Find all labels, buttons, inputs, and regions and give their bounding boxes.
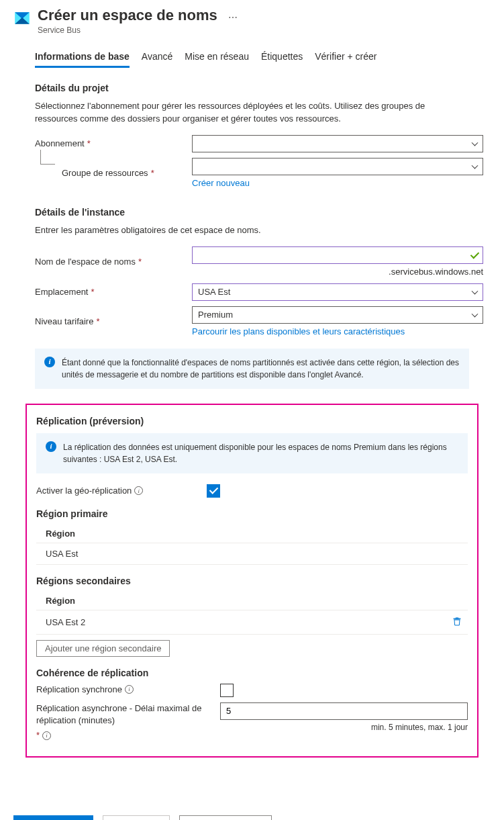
resource-group-label: Groupe de ressources* bbox=[62, 168, 192, 178]
secondary-regions-heading: Régions secondaires bbox=[36, 576, 468, 586]
chevron-down-icon bbox=[472, 310, 478, 317]
tab-review[interactable]: Vérifier + créer bbox=[315, 47, 376, 68]
secondary-region-row: USA Est 2 bbox=[36, 610, 468, 635]
resource-group-select[interactable] bbox=[192, 158, 483, 175]
service-bus-icon bbox=[13, 9, 31, 27]
help-icon[interactable]: i bbox=[134, 486, 143, 495]
namespace-suffix: .servicebus.windows.net bbox=[192, 267, 483, 277]
review-create-button[interactable]: Réviser + créer bbox=[13, 815, 93, 820]
browse-plans-link[interactable]: Parcourir les plans disponibles et leurs… bbox=[192, 326, 483, 336]
chevron-down-icon bbox=[472, 139, 478, 146]
chevron-down-icon bbox=[472, 287, 478, 294]
more-menu[interactable]: ⋯ bbox=[228, 7, 238, 23]
instance-details-heading: Détails de l'instance bbox=[35, 207, 491, 218]
location-select[interactable]: USA Est bbox=[192, 283, 483, 301]
project-details-heading: Détails du projet bbox=[35, 83, 491, 93]
help-icon[interactable]: i bbox=[125, 685, 134, 694]
replication-section: Réplication (préversion) i La réplicatio… bbox=[26, 404, 478, 758]
async-lag-input[interactable] bbox=[220, 702, 468, 720]
replication-info-box: i La réplication des données est uniquem… bbox=[36, 433, 468, 473]
namespace-input[interactable] bbox=[192, 246, 483, 264]
footer-actions: Réviser + créer < Précédent Suivant : Av… bbox=[0, 810, 504, 820]
delete-icon[interactable] bbox=[452, 616, 462, 629]
project-details-desc: Sélectionnez l'abonnement pour gérer les… bbox=[35, 100, 469, 126]
primary-region-heading: Région primaire bbox=[36, 508, 468, 519]
chevron-down-icon bbox=[472, 162, 478, 169]
partition-info-box: i Étant donné que la fonctionnalité d'es… bbox=[35, 349, 469, 389]
async-lag-hint: min. 5 minutes, max. 1 jour bbox=[220, 723, 468, 732]
replication-heading: Réplication (préversion) bbox=[36, 416, 468, 426]
tab-tags[interactable]: Étiquettes bbox=[261, 47, 303, 68]
info-icon: i bbox=[46, 441, 56, 452]
tab-bar: Informations de base Avancé Mise en rése… bbox=[35, 47, 491, 68]
create-new-link[interactable]: Créer nouveau bbox=[192, 178, 483, 188]
tree-connector bbox=[40, 150, 55, 165]
subscription-label: Abonnement* bbox=[35, 138, 192, 148]
sync-replication-label: Réplication synchrone i bbox=[36, 684, 213, 696]
namespace-label: Nom de l'espace de noms* bbox=[35, 257, 192, 267]
secondary-region-col-header: Région bbox=[36, 592, 468, 610]
tier-select[interactable]: Premium bbox=[192, 306, 483, 324]
location-label: Emplacement* bbox=[35, 287, 192, 297]
add-secondary-region-button[interactable]: Ajouter une région secondaire bbox=[36, 640, 170, 657]
primary-region-row: USA Est bbox=[36, 543, 468, 565]
sync-replication-checkbox[interactable] bbox=[220, 684, 234, 697]
info-icon: i bbox=[44, 357, 55, 367]
subscription-select[interactable] bbox=[192, 135, 483, 152]
page-subtitle: Service Bus bbox=[38, 26, 217, 35]
next-button[interactable]: Suivant : Avancé > bbox=[179, 815, 272, 820]
instance-details-desc: Entrer les paramètres obligatoires de ce… bbox=[35, 224, 469, 237]
tier-label: Niveau tarifaire* bbox=[35, 316, 192, 326]
enable-geo-label: Activer la géo-réplication i bbox=[36, 486, 207, 496]
async-replication-label: Réplication asynchrone - Délai maximal d… bbox=[36, 702, 213, 742]
tab-basics[interactable]: Informations de base bbox=[35, 47, 130, 68]
enable-geo-checkbox[interactable] bbox=[207, 484, 220, 498]
help-icon[interactable]: i bbox=[42, 731, 51, 740]
tab-advanced[interactable]: Avancé bbox=[142, 47, 172, 68]
tab-networking[interactable]: Mise en réseau bbox=[185, 47, 249, 68]
page-title: Créer un espace de noms bbox=[38, 7, 217, 24]
previous-button: < Précédent bbox=[103, 815, 170, 820]
consistency-heading: Cohérence de réplication bbox=[36, 668, 468, 678]
primary-region-col-header: Région bbox=[36, 525, 468, 543]
